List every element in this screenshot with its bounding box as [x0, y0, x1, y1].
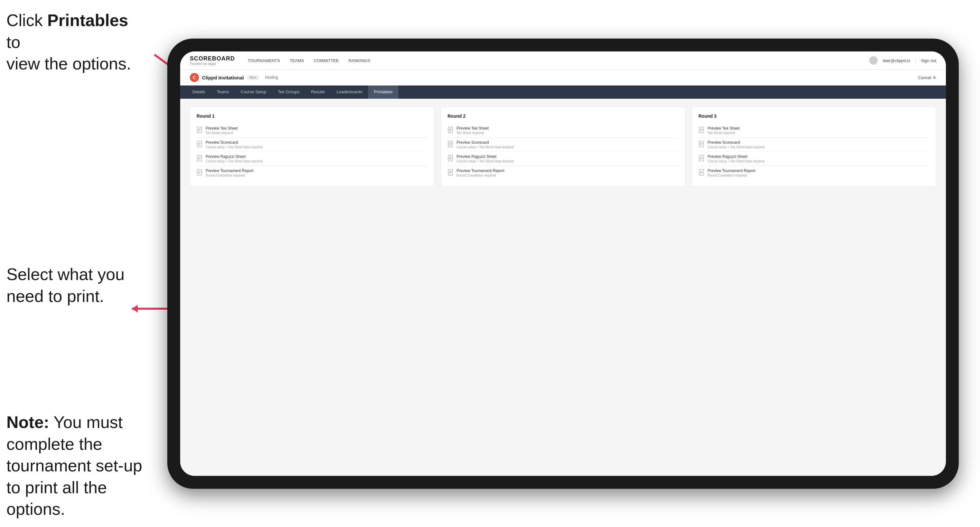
nav-committee[interactable]: COMMITTEE: [314, 57, 339, 64]
cancel-button[interactable]: Cancel ✕: [918, 75, 936, 80]
r1-scorecard-title: Preview Scorecard: [205, 140, 262, 145]
r1-tournament-report-subtitle: Round Completion required: [205, 174, 253, 177]
tab-course-setup[interactable]: Course Setup: [235, 86, 272, 99]
document-icon: [698, 155, 704, 162]
document-icon: [447, 155, 453, 162]
nav-rankings[interactable]: RANKINGS: [348, 57, 370, 64]
round-2-raguzzi[interactable]: Preview Raguzzi Sheet Course setup + Tee…: [447, 152, 679, 166]
r1-raguzzi-subtitle: Course setup + Tee Sheet data required: [205, 159, 262, 163]
r1-tee-sheet-subtitle: Tee Sheet required: [205, 131, 238, 135]
round-1-raguzzi[interactable]: Preview Raguzzi Sheet Course setup + Tee…: [197, 152, 428, 166]
document-icon: [197, 127, 202, 133]
round-1-tee-sheet[interactable]: Preview Tee Sheet Tee Sheet required: [197, 124, 428, 138]
instruction-middle-text: Select what you need to print.: [6, 265, 124, 305]
round-1-tournament-report[interactable]: Preview Tournament Report Round Completi…: [197, 166, 428, 180]
brand-name: SCOREBOARD: [190, 55, 235, 62]
tournament-logo: C: [190, 73, 199, 82]
round-2-section: Round 2 Preview Tee Sheet Tee Sheet requ…: [441, 107, 685, 186]
r1-scorecard-subtitle: Course setup + Tee Sheet data required: [205, 145, 262, 149]
r3-tee-sheet-subtitle: Tee Sheet required: [708, 131, 740, 135]
round-3-section: Round 3 Preview Tee Sheet Tee Sheet requ…: [692, 107, 936, 186]
round-1-section: Round 1 Preview Tee Sheet Tee Sheet requ…: [190, 107, 434, 186]
document-icon: [447, 169, 453, 176]
round-2-scorecard[interactable]: Preview Scorecard Course setup + Tee She…: [447, 138, 679, 152]
r1-tee-sheet-title: Preview Tee Sheet: [205, 126, 238, 130]
brand-sub: Powered by clippd: [190, 62, 235, 66]
round-2-tee-sheet[interactable]: Preview Tee Sheet Tee Sheet required: [447, 124, 679, 138]
nav-tournaments[interactable]: TOURNAMENTS: [248, 57, 280, 64]
tournament-status: Hosting: [265, 75, 278, 80]
tournament-info: C Clippd Invitational Men Hosting: [190, 73, 278, 82]
document-icon: [698, 141, 704, 147]
tablet-screen: SCOREBOARD Powered by clippd TOURNAMENTS…: [180, 51, 946, 476]
user-email: blair@clippd.io: [883, 58, 910, 63]
rounds-grid: Round 1 Preview Tee Sheet Tee Sheet requ…: [190, 107, 936, 186]
r1-tournament-report-title: Preview Tournament Report: [205, 168, 253, 173]
nav-teams[interactable]: TEAMS: [290, 57, 304, 64]
tab-navigation: Details Teams Course Setup Tee Groups Re…: [180, 86, 946, 99]
tab-leaderboards[interactable]: Leaderboards: [331, 86, 368, 99]
tab-teams[interactable]: Teams: [211, 86, 235, 99]
document-icon: [698, 127, 704, 133]
document-icon: [197, 169, 202, 176]
round-3-scorecard[interactable]: Preview Scorecard Course setup + Tee She…: [698, 138, 929, 152]
r3-scorecard-title: Preview Scorecard: [708, 140, 764, 145]
r3-tee-sheet-title: Preview Tee Sheet: [708, 126, 740, 130]
r2-tee-sheet-title: Preview Tee Sheet: [457, 126, 489, 130]
instruction-bottom: Note: You must complete the tournament s…: [6, 411, 154, 520]
r2-raguzzi-subtitle: Course setup + Tee Sheet data required: [457, 159, 514, 163]
round-1-title: Round 1: [197, 114, 428, 119]
tab-results[interactable]: Results: [305, 86, 331, 99]
r3-tournament-report-title: Preview Tournament Report: [708, 168, 756, 173]
user-avatar: [869, 56, 878, 65]
r3-tournament-report-subtitle: Round Completion required: [708, 174, 756, 177]
instruction-middle: Select what you need to print.: [6, 264, 148, 307]
top-nav: SCOREBOARD Powered by clippd TOURNAMENTS…: [180, 51, 946, 70]
tournament-badge: Men: [247, 75, 259, 80]
r2-raguzzi-title: Preview Raguzzi Sheet: [457, 154, 514, 159]
round-2-title: Round 2: [447, 114, 679, 119]
r1-raguzzi-title: Preview Raguzzi Sheet: [205, 154, 262, 159]
round-2-tournament-report[interactable]: Preview Tournament Report Round Completi…: [447, 166, 679, 180]
r2-tournament-report-title: Preview Tournament Report: [457, 168, 504, 173]
document-icon: [447, 127, 453, 133]
tournament-bar: C Clippd Invitational Men Hosting Cancel…: [180, 70, 946, 86]
tab-details[interactable]: Details: [187, 86, 211, 99]
r2-scorecard-title: Preview Scorecard: [457, 140, 514, 145]
instruction-top-text: Click Printables toview the options.: [6, 11, 131, 73]
document-icon: [447, 141, 453, 147]
tab-printables[interactable]: Printables: [368, 86, 398, 99]
r3-scorecard-subtitle: Course setup + Tee Sheet data required: [708, 145, 764, 149]
tablet-device: SCOREBOARD Powered by clippd TOURNAMENTS…: [167, 38, 959, 489]
nav-right: blair@clippd.io | Sign out: [869, 56, 936, 65]
brand: SCOREBOARD Powered by clippd: [190, 55, 235, 66]
document-icon: [698, 169, 704, 176]
r2-scorecard-subtitle: Course setup + Tee Sheet data required: [457, 145, 514, 149]
round-3-raguzzi[interactable]: Preview Raguzzi Sheet Course setup + Tee…: [698, 152, 929, 166]
r2-tee-sheet-subtitle: Tee Sheet required: [457, 131, 489, 135]
tournament-name: Clippd Invitational: [202, 75, 244, 80]
instruction-bottom-text: Note: You must complete the tournament s…: [6, 413, 142, 518]
r3-raguzzi-title: Preview Raguzzi Sheet: [708, 154, 764, 159]
document-icon: [197, 155, 202, 162]
instruction-top: Click Printables toview the options.: [6, 10, 142, 75]
tab-tee-groups[interactable]: Tee Groups: [272, 86, 305, 99]
round-3-tournament-report[interactable]: Preview Tournament Report Round Completi…: [698, 166, 929, 180]
nav-left: SCOREBOARD Powered by clippd TOURNAMENTS…: [190, 55, 370, 66]
round-3-title: Round 3: [698, 114, 929, 119]
round-3-tee-sheet[interactable]: Preview Tee Sheet Tee Sheet required: [698, 124, 929, 138]
round-1-scorecard[interactable]: Preview Scorecard Course setup + Tee She…: [197, 138, 428, 152]
close-icon: ✕: [933, 75, 936, 80]
r2-tournament-report-subtitle: Round Completion required: [457, 174, 504, 177]
r3-raguzzi-subtitle: Course setup + Tee Sheet data required: [708, 159, 764, 163]
sign-out-link[interactable]: Sign out: [921, 58, 936, 63]
nav-links: TOURNAMENTS TEAMS COMMITTEE RANKINGS: [248, 57, 370, 64]
document-icon: [197, 141, 202, 147]
main-content: Round 1 Preview Tee Sheet Tee Sheet requ…: [180, 99, 946, 476]
